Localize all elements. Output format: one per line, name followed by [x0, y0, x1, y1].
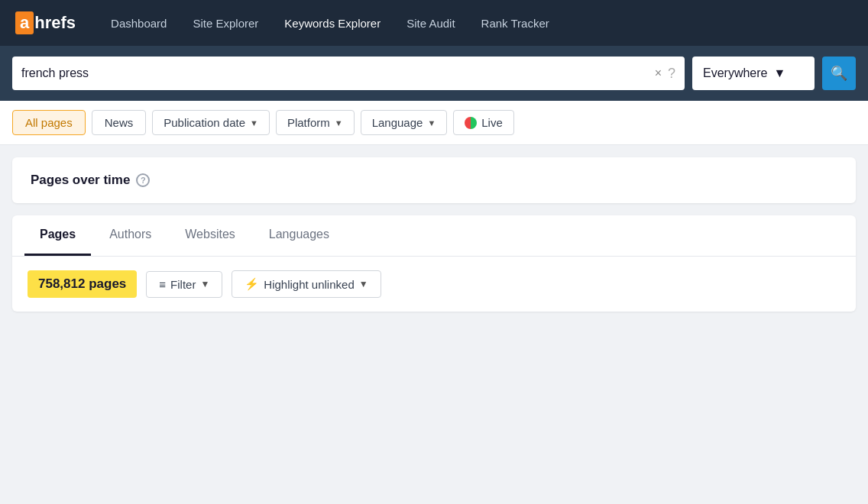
- pages-over-time-card: Pages over time ?: [12, 157, 856, 203]
- publication-date-label: Publication date: [164, 116, 245, 129]
- language-dropdown[interactable]: Language ▼: [361, 110, 448, 135]
- highlight-icon: ⚡: [245, 277, 259, 291]
- search-input-wrapper: × ?: [12, 57, 685, 90]
- tab-authors[interactable]: Authors: [94, 215, 167, 256]
- nav-rank-tracker[interactable]: Rank Tracker: [471, 11, 560, 36]
- live-label: Live: [481, 116, 503, 129]
- logo[interactable]: a hrefs: [15, 11, 76, 34]
- highlight-unlinked-button[interactable]: ⚡ Highlight unlinked ▼: [232, 270, 381, 298]
- content-area: Pages over time ? Pages Authors Websites…: [0, 145, 868, 324]
- pages-over-time-title: Pages over time: [31, 173, 130, 188]
- card-title: Pages over time ?: [31, 173, 837, 188]
- results-tabs-card: Pages Authors Websites Languages 758,812…: [12, 215, 856, 312]
- nav-links: Dashboard Site Explorer Keywords Explore…: [100, 11, 560, 36]
- nav-site-audit[interactable]: Site Audit: [396, 11, 465, 36]
- filter-label: Filter: [170, 278, 196, 291]
- logo-hrefs-text: hrefs: [34, 13, 76, 33]
- live-status-icon: [465, 117, 477, 129]
- platform-dropdown[interactable]: Platform ▼: [276, 110, 355, 135]
- filter-bar: All pages News Publication date ▼ Platfo…: [0, 101, 868, 145]
- location-label: Everywhere: [703, 66, 767, 80]
- nav-dashboard[interactable]: Dashboard: [100, 11, 177, 36]
- publication-date-chevron-icon: ▼: [250, 118, 258, 128]
- location-chevron-icon: ▼: [773, 66, 804, 80]
- tab-websites[interactable]: Websites: [170, 215, 251, 256]
- nav-keywords-explorer[interactable]: Keywords Explorer: [274, 11, 391, 36]
- news-tab[interactable]: News: [92, 110, 147, 135]
- nav-site-explorer[interactable]: Site Explorer: [182, 11, 269, 36]
- location-dropdown[interactable]: Everywhere ▼: [692, 57, 815, 90]
- pages-count-badge: 758,812 pages: [28, 270, 137, 298]
- search-input[interactable]: [21, 66, 649, 80]
- pages-over-time-help-icon[interactable]: ?: [136, 173, 150, 187]
- live-button[interactable]: Live: [453, 110, 514, 135]
- search-magnifier-icon: 🔍: [831, 65, 847, 82]
- language-chevron-icon: ▼: [427, 118, 436, 128]
- platform-label: Platform: [287, 116, 330, 129]
- filter-icon: ≡: [159, 278, 166, 291]
- logo-a-letter: a: [15, 11, 34, 34]
- filter-button[interactable]: ≡ Filter ▼: [146, 271, 222, 298]
- help-icon[interactable]: ?: [668, 66, 675, 82]
- results-tabs-header: Pages Authors Websites Languages: [12, 215, 856, 257]
- publication-date-dropdown[interactable]: Publication date ▼: [152, 110, 270, 135]
- search-bar: × ? Everywhere ▼ 🔍: [0, 46, 868, 101]
- language-label: Language: [372, 116, 423, 129]
- all-pages-tab[interactable]: All pages: [12, 110, 86, 135]
- search-button[interactable]: 🔍: [822, 57, 856, 90]
- filter-chevron-icon: ▼: [200, 279, 209, 289]
- tab-pages[interactable]: Pages: [24, 215, 91, 256]
- highlight-label: Highlight unlinked: [264, 278, 354, 291]
- platform-chevron-icon: ▼: [335, 118, 343, 128]
- tab-content-area: 758,812 pages ≡ Filter ▼ ⚡ Highlight unl…: [12, 257, 856, 312]
- tab-languages[interactable]: Languages: [254, 215, 345, 256]
- highlight-chevron-icon: ▼: [359, 279, 368, 289]
- clear-icon[interactable]: ×: [655, 66, 662, 80]
- top-navigation: a hrefs Dashboard Site Explorer Keywords…: [0, 0, 868, 46]
